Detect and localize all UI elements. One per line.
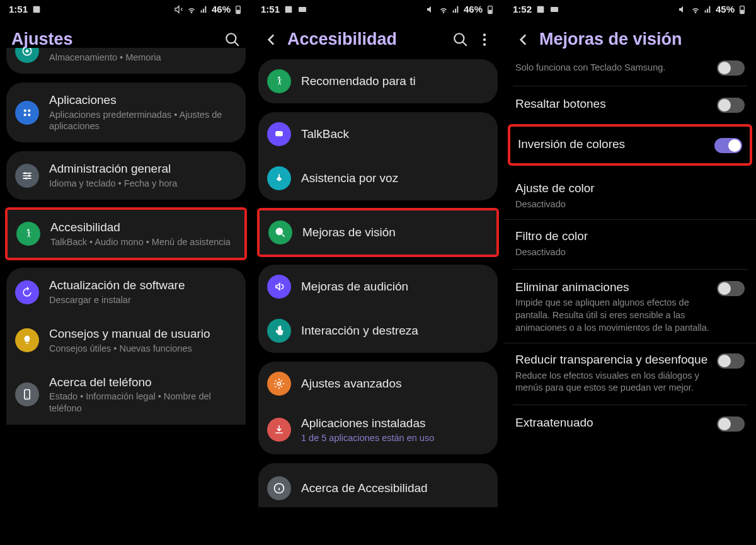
highlight-color-inversion: Inversión de colores bbox=[508, 124, 752, 166]
toggle[interactable] bbox=[717, 353, 745, 369]
accessibility-list: Recomendado para ti TalkBack Asistencia … bbox=[252, 59, 504, 507]
row-subtitle: Desactivado bbox=[515, 198, 745, 211]
settings-row-storage[interactable]: Almacenamiento • Memoria bbox=[6, 48, 246, 74]
row-title: Acerca de Accesibilidad bbox=[301, 481, 489, 496]
row-advanced[interactable]: Ajustes avanzados bbox=[258, 362, 498, 406]
download-icon bbox=[267, 418, 291, 442]
row-talkback[interactable]: TalkBack bbox=[258, 112, 498, 156]
toggle[interactable] bbox=[714, 138, 742, 153]
row-hearing[interactable]: Mejoras de audición bbox=[258, 265, 498, 309]
a11y-group: Mejoras de visión bbox=[260, 210, 496, 255]
row-title: Asistencia por voz bbox=[301, 171, 489, 186]
toggle[interactable] bbox=[717, 416, 745, 432]
svg-rect-19 bbox=[488, 9, 491, 13]
battery-icon bbox=[737, 4, 747, 14]
row-title: Reducir transparencia y desenfoque bbox=[515, 352, 709, 367]
settings-row-update[interactable]: Actualización de software Descargar e in… bbox=[6, 268, 246, 316]
svg-rect-2 bbox=[236, 9, 239, 13]
row-title: Interacción y destreza bbox=[301, 323, 489, 338]
svg-rect-30 bbox=[537, 6, 544, 13]
row-title: Extraatenuado bbox=[515, 415, 709, 430]
settings-row-accessibility[interactable]: Accesibilidad TalkBack • Audio mono • Me… bbox=[8, 210, 244, 258]
svg-point-7 bbox=[28, 109, 30, 112]
gear-icon bbox=[267, 372, 291, 396]
bulb-icon bbox=[15, 328, 39, 352]
vision-row-color-filter[interactable]: Filtro de color Desactivado bbox=[504, 219, 756, 267]
row-vision[interactable]: Mejoras de visión bbox=[260, 210, 496, 255]
settings-group: Accesibilidad TalkBack • Audio mono • Me… bbox=[8, 210, 244, 258]
svg-point-20 bbox=[454, 33, 464, 43]
toggle[interactable] bbox=[717, 98, 745, 113]
accessibility-icon bbox=[267, 69, 291, 93]
row-subtitle: Impide que se apliquen algunos efectos d… bbox=[515, 297, 709, 334]
row-subtitle: 1 de 5 aplicaciones están en uso bbox=[301, 432, 489, 444]
vision-row-highlight-buttons[interactable]: Resaltar botones bbox=[504, 88, 756, 122]
back-icon[interactable] bbox=[515, 32, 532, 48]
search-icon[interactable] bbox=[224, 32, 241, 48]
status-battery: 46% bbox=[212, 4, 231, 14]
svg-point-6 bbox=[24, 109, 26, 112]
page-title: Ajustes bbox=[11, 30, 217, 49]
status-bar: 1:51 46% bbox=[252, 0, 504, 17]
signal-icon bbox=[703, 4, 713, 14]
separator bbox=[513, 86, 747, 86]
row-title: Consejos y manual de usuario bbox=[49, 326, 237, 341]
svg-point-15 bbox=[26, 398, 28, 399]
row-title: Mejoras de visión bbox=[302, 225, 488, 240]
more-icon[interactable] bbox=[476, 32, 493, 48]
vision-row-color-inversion[interactable]: Inversión de colores bbox=[510, 127, 750, 163]
row-subtitle: TalkBack • Audio mono • Menú de asistenc… bbox=[50, 236, 236, 248]
svg-rect-16 bbox=[285, 6, 292, 13]
svg-point-5 bbox=[26, 50, 29, 53]
separator bbox=[513, 269, 747, 270]
vision-row-keyboard-note[interactable]: Solo funciona con Teclado Samsung. bbox=[504, 59, 756, 84]
mute-icon bbox=[678, 4, 688, 14]
svg-point-26 bbox=[278, 177, 281, 180]
svg-rect-31 bbox=[551, 7, 558, 12]
row-dexterity[interactable]: Interacción y destreza bbox=[258, 309, 498, 353]
screen-settings: 1:51 46% Ajustes Almacenamiento • Memori… bbox=[0, 0, 252, 545]
row-installed-apps[interactable]: Aplicaciones instaladas 1 de 5 aplicacio… bbox=[258, 406, 498, 454]
signal-icon bbox=[199, 4, 209, 14]
row-subtitle: Solo funciona con Teclado Samsung. bbox=[515, 62, 709, 74]
highlight-accessibility: Accesibilidad TalkBack • Audio mono • Me… bbox=[5, 207, 247, 261]
settings-row-tips[interactable]: Consejos y manual de usuario Consejos út… bbox=[6, 316, 246, 365]
svg-rect-0 bbox=[33, 6, 40, 13]
row-voice[interactable]: Asistencia por voz bbox=[258, 156, 498, 200]
row-title: TalkBack bbox=[301, 127, 489, 142]
highlight-vision: Mejoras de visión bbox=[257, 208, 499, 257]
vision-row-reduce-transparency[interactable]: Reducir transparencia y desenfoque Reduc… bbox=[504, 343, 756, 403]
svg-point-21 bbox=[483, 33, 486, 36]
svg-rect-25 bbox=[275, 131, 283, 136]
row-recommended[interactable]: Recomendado para ti bbox=[258, 59, 498, 103]
svg-point-24 bbox=[278, 77, 280, 79]
settings-group: Administración general Idioma y teclado … bbox=[6, 151, 246, 200]
svg-point-10 bbox=[24, 172, 26, 174]
voice-icon bbox=[267, 166, 291, 190]
vision-row-remove-animations[interactable]: Eliminar animaciones Impide que se apliq… bbox=[504, 271, 756, 343]
vision-row-color-adjust[interactable]: Ajuste de color Desactivado bbox=[504, 172, 756, 219]
touch-icon bbox=[267, 319, 291, 343]
wifi-icon bbox=[438, 4, 449, 14]
settings-row-about[interactable]: Acerca del teléfono Estado • Información… bbox=[6, 365, 246, 425]
settings-row-apps[interactable]: Aplicaciones Aplicaciones predeterminada… bbox=[6, 83, 246, 142]
settings-group: Aplicaciones Aplicaciones predeterminada… bbox=[6, 83, 246, 142]
svg-point-3 bbox=[226, 33, 236, 43]
vision-row-extra-dim[interactable]: Extraatenuado bbox=[504, 406, 756, 440]
settings-list: Almacenamiento • Memoria Aplicaciones Ap… bbox=[0, 48, 252, 425]
toggle[interactable] bbox=[717, 60, 745, 76]
status-time: 1:51 bbox=[9, 4, 28, 14]
info-icon bbox=[267, 476, 291, 500]
hearing-icon bbox=[267, 275, 291, 299]
row-title: Filtro de color bbox=[515, 229, 745, 244]
a11y-group: Acerca de Accesibilidad bbox=[258, 463, 498, 507]
settings-row-general[interactable]: Administración general Idioma y teclado … bbox=[6, 151, 246, 200]
back-icon[interactable] bbox=[263, 32, 280, 48]
row-subtitle: Consejos útiles • Nuevas funciones bbox=[49, 343, 237, 355]
toggle[interactable] bbox=[717, 281, 745, 296]
search-icon[interactable] bbox=[452, 32, 469, 48]
screenshot-icon bbox=[297, 4, 307, 14]
page-title: Mejoras de visión bbox=[539, 30, 745, 49]
notification-icon bbox=[284, 4, 294, 14]
row-about-a11y[interactable]: Acerca de Accesibilidad bbox=[258, 463, 498, 507]
